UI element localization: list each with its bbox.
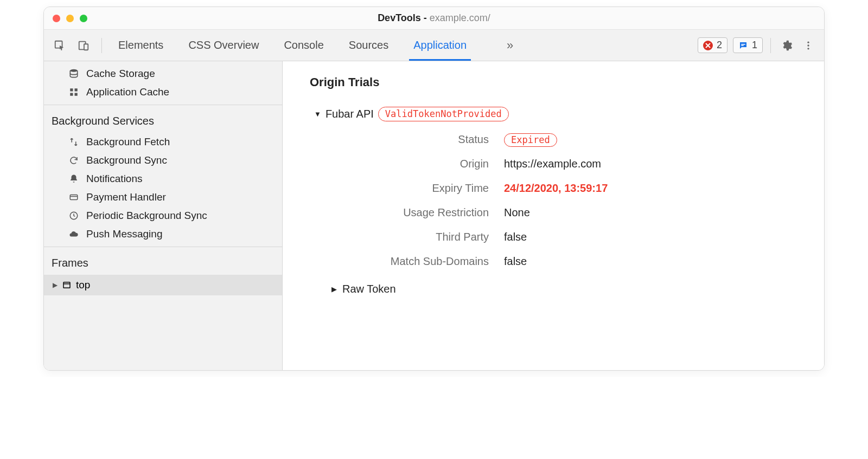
sidebar-group-cache: Cache Storage Application Cache <box>44 61 282 105</box>
svg-rect-4 <box>741 45 744 46</box>
svg-rect-10 <box>75 88 78 91</box>
sidebar-item-label: Background Fetch <box>86 136 170 148</box>
errors-counter[interactable]: 2 <box>698 37 727 53</box>
sidebar-item-application-cache[interactable]: Application Cache <box>44 83 282 101</box>
clock-icon <box>68 210 80 222</box>
sidebar-item-label: Payment Handler <box>86 191 166 203</box>
divider <box>770 38 771 53</box>
svg-rect-9 <box>70 88 73 91</box>
svg-rect-15 <box>63 282 70 288</box>
sidebar-item-background-fetch[interactable]: Background Fetch <box>44 133 282 151</box>
frame-icon <box>62 280 72 290</box>
status-badge: Expired <box>504 133 557 147</box>
title-prefix: DevTools - <box>378 12 430 23</box>
label-usage-restriction: Usage Restriction <box>321 206 489 219</box>
database-icon <box>68 68 80 80</box>
value-usage-restriction: None <box>504 206 797 219</box>
traffic-lights <box>53 15 87 22</box>
panel-body: Cache Storage Application Cache Backgrou… <box>44 61 824 370</box>
trial-token-badge: ValidTokenNotProvided <box>378 107 509 121</box>
svg-rect-11 <box>70 93 73 96</box>
trial-name: Fubar API <box>326 108 374 120</box>
minimize-window-button[interactable] <box>66 15 74 22</box>
tabs-overflow-icon[interactable]: » <box>507 38 513 53</box>
sidebar-item-label: Application Cache <box>86 86 169 98</box>
svg-rect-12 <box>75 93 78 96</box>
sidebar-item-periodic-background-sync[interactable]: Periodic Background Sync <box>44 206 282 225</box>
label-match-subdomains: Match Sub-Domains <box>321 255 489 268</box>
origin-trial-row[interactable]: ▼ Fubar API ValidTokenNotProvided <box>314 107 797 121</box>
svg-point-5 <box>807 41 809 43</box>
card-icon <box>68 191 80 203</box>
tab-sources[interactable]: Sources <box>348 30 390 60</box>
grid-icon <box>68 86 80 98</box>
value-third-party: false <box>504 231 797 243</box>
device-toolbar-icon[interactable] <box>75 37 92 54</box>
sidebar-item-label: top <box>76 279 90 291</box>
sidebar-item-cache-storage[interactable]: Cache Storage <box>44 64 282 83</box>
raw-token-row[interactable]: ▶ Raw Token <box>331 283 797 295</box>
label-status: Status <box>321 133 489 146</box>
sidebar-item-frame-top[interactable]: ▶ top <box>44 275 282 295</box>
label-third-party: Third Party <box>321 231 489 243</box>
svg-rect-2 <box>84 44 88 50</box>
svg-point-7 <box>807 48 809 49</box>
value-status: Expired <box>504 133 797 146</box>
error-icon <box>703 41 713 50</box>
sidebar-item-notifications[interactable]: Notifications <box>44 170 282 188</box>
cloud-icon <box>68 228 80 240</box>
svg-rect-3 <box>741 44 745 45</box>
sidebar-item-push-messaging[interactable]: Push Messaging <box>44 225 282 243</box>
titlebar: DevTools - example.com/ <box>44 7 824 30</box>
sidebar-item-label: Background Sync <box>86 154 167 166</box>
group-header-frames: Frames <box>44 250 282 275</box>
messages-counter[interactable]: 1 <box>733 37 763 53</box>
svg-point-8 <box>70 69 77 72</box>
sidebar-item-label: Notifications <box>86 173 143 185</box>
divider <box>101 38 102 53</box>
svg-rect-13 <box>70 195 78 200</box>
sidebar-item-label: Periodic Background Sync <box>86 210 207 222</box>
zoom-window-button[interactable] <box>80 15 87 22</box>
tab-css-overview[interactable]: CSS Overview <box>187 30 260 60</box>
raw-token-label: Raw Token <box>342 283 396 295</box>
group-header-background-services: Background Services <box>44 108 282 133</box>
sidebar-group-background-services: Background Services Background Fetch Bac… <box>44 105 282 247</box>
tab-console[interactable]: Console <box>283 30 324 60</box>
trial-details: Status Expired Origin https://example.co… <box>321 133 797 268</box>
sidebar-item-label: Cache Storage <box>86 68 155 80</box>
main-pane: Origin Trials ▼ Fubar API ValidTokenNotP… <box>283 61 824 370</box>
main-tabs: Elements CSS Overview Console Sources Ap… <box>117 30 513 60</box>
settings-icon[interactable] <box>778 40 795 51</box>
sync-icon <box>68 154 80 166</box>
sidebar-item-payment-handler[interactable]: Payment Handler <box>44 188 282 206</box>
disclosure-triangle-icon: ▶ <box>331 285 337 293</box>
tab-application[interactable]: Application <box>412 30 468 60</box>
application-sidebar: Cache Storage Application Cache Backgrou… <box>44 61 283 370</box>
sidebar-item-background-sync[interactable]: Background Sync <box>44 151 282 170</box>
errors-count: 2 <box>717 40 722 51</box>
messages-count: 1 <box>752 40 757 51</box>
tabbar: Elements CSS Overview Console Sources Ap… <box>44 30 824 61</box>
message-icon <box>738 41 748 50</box>
tabbar-right: 2 1 <box>698 37 816 53</box>
svg-point-6 <box>807 44 809 46</box>
disclosure-triangle-icon: ▼ <box>314 110 321 118</box>
bell-icon <box>68 173 80 185</box>
sidebar-group-frames: Frames ▶ top <box>44 247 282 370</box>
close-window-button[interactable] <box>53 15 60 22</box>
title-host: example.com/ <box>430 12 490 23</box>
sidebar-item-label: Push Messaging <box>86 228 162 240</box>
devtools-window: DevTools - example.com/ Elements CSS Ove… <box>43 7 825 371</box>
label-origin: Origin <box>321 158 489 170</box>
expand-icon: ▶ <box>53 281 58 289</box>
label-expiry: Expiry Time <box>321 182 489 195</box>
kebab-menu-icon[interactable] <box>800 40 816 51</box>
value-match-subdomains: false <box>504 255 797 268</box>
window-title: DevTools - example.com/ <box>44 12 824 24</box>
value-origin: https://example.com <box>504 158 797 170</box>
tab-elements[interactable]: Elements <box>117 30 164 60</box>
fetch-icon <box>68 136 80 148</box>
inspect-element-icon[interactable] <box>52 37 68 54</box>
section-heading: Origin Trials <box>310 75 797 89</box>
